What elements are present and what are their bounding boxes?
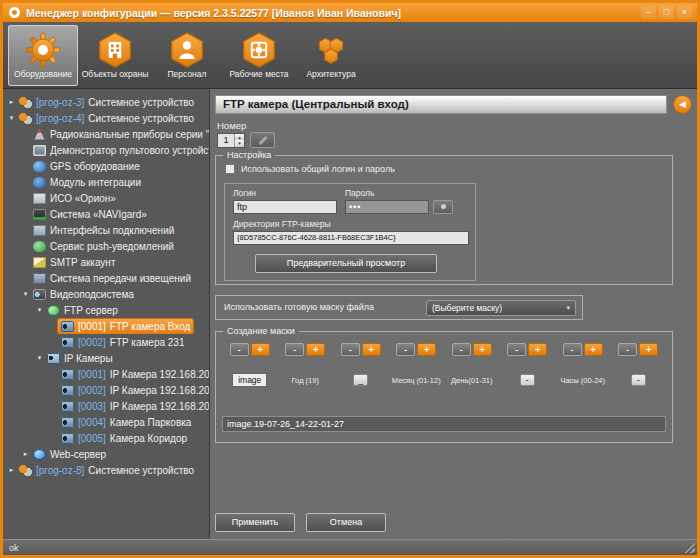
tree-item-ip-cameras[interactable]: ▾ IP Камеры: [3, 350, 209, 366]
expander-icon[interactable]: ▾: [7, 110, 16, 126]
tree-item-prog-oz-8[interactable]: ▸ [prog-oz-8]Системное устройство: [3, 462, 209, 478]
tree-item-label: Радиоканальные приборы серии "Lonta-Opti…: [50, 129, 209, 140]
mask-separator-button[interactable]: -: [520, 374, 535, 386]
login-input[interactable]: ftp: [233, 200, 337, 214]
tree-item-video-subsystem[interactable]: ▾ Видеоподсистема: [3, 286, 209, 302]
tree-item-label: Видеоподсистема: [50, 289, 134, 300]
minimize-button[interactable]: –: [641, 6, 656, 19]
mask-remove-button[interactable]: -: [507, 343, 526, 356]
tree-item-prefix: [0004]: [78, 417, 106, 428]
mask-add-button[interactable]: +: [473, 343, 492, 356]
tree-item-navigard[interactable]: Система «NAVIgard»: [3, 206, 209, 222]
tree-item-orion[interactable]: ИСО «Орион»: [3, 190, 209, 206]
workstation-icon: [241, 32, 277, 68]
tree-item-ip-camera-233[interactable]: [0003]IP Камера 192.168.20.233: [3, 398, 209, 414]
back-button[interactable]: ◀: [673, 95, 692, 114]
page-title: FTP камера (Центральный вход): [215, 95, 667, 114]
mask-preset-value: (Выберите маску): [432, 303, 502, 313]
camera-icon: [61, 401, 74, 412]
tree-item-ip-camera-250[interactable]: [0001]IP Камера 192.168.20.250: [3, 366, 209, 382]
toolbar-item-equipment[interactable]: Оборудование: [8, 25, 78, 86]
tree-item-label: SMTP аккаунт: [50, 257, 115, 268]
mask-remove-button[interactable]: -: [452, 343, 471, 356]
mask-add-button[interactable]: +: [417, 343, 436, 356]
tree-item-radio-devices[interactable]: Радиоканальные приборы серии "Lonta-Opti…: [3, 126, 209, 142]
tree-item-interfaces[interactable]: Интерфейсы подключений: [3, 222, 209, 238]
toolbar-item-security-objects[interactable]: Объекты охраны: [80, 25, 150, 86]
expander-icon[interactable]: ▸: [7, 94, 16, 110]
tree-item-label: Системное устройство: [88, 97, 194, 108]
tree-item-label: FTP камера Вход: [110, 321, 191, 332]
password-input[interactable]: •••: [345, 200, 429, 214]
number-value[interactable]: 1: [218, 134, 234, 147]
tree-item-gps[interactable]: GPS оборудование: [3, 158, 209, 174]
toolbar-item-workstations[interactable]: Рабочие места: [224, 25, 294, 86]
camera-icon: [61, 433, 74, 444]
shared-credentials-label: Использовать общий логин и пароль: [241, 164, 395, 174]
stepper-down-icon[interactable]: ▾: [235, 140, 244, 147]
mask-remove-button[interactable]: -: [618, 343, 637, 356]
mask-add-button[interactable]: +: [251, 343, 270, 356]
tree-item-label: GPS оборудование: [50, 161, 140, 172]
tree-item-ftp-camera-entrance[interactable]: [0001]FTP камера Вход: [3, 318, 209, 334]
mask-separator-button[interactable]: -: [631, 374, 646, 386]
toolbar-item-architecture[interactable]: Архитектура: [296, 25, 366, 86]
tree-item-console-demo[interactable]: Демонстратор пультового устройства: [3, 142, 209, 158]
maximize-button[interactable]: □: [659, 6, 674, 19]
close-button[interactable]: ×: [677, 6, 692, 19]
expander-icon[interactable]: ▸: [7, 462, 16, 478]
directory-input[interactable]: {8D5785CC-876C-4628-8811-FB68EC3F1B4C}: [233, 231, 469, 245]
toolbar-item-personnel[interactable]: Персонал: [152, 25, 222, 86]
mask-columns: -+ image -+ Год (19) -+ _ -+ Месяц (01-1…: [222, 343, 666, 387]
mask-add-button[interactable]: +: [528, 343, 547, 356]
tree-item-integration-module[interactable]: Модуль интеграции: [3, 174, 209, 190]
tree-item-label: Интерфейсы подключений: [50, 225, 174, 236]
mask-add-button[interactable]: +: [306, 343, 325, 356]
expander-icon[interactable]: ▾: [35, 350, 44, 366]
apply-button[interactable]: Применить: [215, 513, 295, 532]
mask-preset-select[interactable]: (Выберите маску) ▾: [426, 300, 576, 316]
tree-item-prefix: [prog-oz-4]: [36, 113, 84, 124]
tree-item-ftp-camera-231[interactable]: [0002]FTP камера 231: [3, 334, 209, 350]
cancel-button[interactable]: Отмена: [306, 513, 386, 532]
smtp-icon: [33, 257, 46, 268]
push-service-icon: [33, 241, 46, 252]
tree-item-ip-camera-232[interactable]: [0002]IP Камера 192.168.20.232: [3, 382, 209, 398]
device-tree[interactable]: ▸ [prog-oz-3]Системное устройство ▾ [pro…: [3, 89, 210, 539]
mask-remove-button[interactable]: -: [563, 343, 582, 356]
mask-remove-button[interactable]: -: [285, 343, 304, 356]
tree-item-label: IP Камера 192.168.20.232: [110, 385, 209, 396]
edit-number-button[interactable]: [250, 132, 275, 148]
preview-button[interactable]: Предварительный просмотр: [255, 254, 437, 273]
tree-item-prog-oz-4[interactable]: ▾ [prog-oz-4]Системное устройство: [3, 110, 209, 126]
mask-separator-button[interactable]: _: [353, 374, 368, 386]
tree-item-notification-system[interactable]: Система передачи извещений: [3, 270, 209, 286]
tree-item-prog-oz-3[interactable]: ▸ [prog-oz-3]Системное устройство: [3, 94, 209, 110]
expander-icon[interactable]: ▾: [35, 302, 44, 318]
tree-item-ftp-server[interactable]: ▾ FTP сервер: [3, 302, 209, 318]
mask-part-image[interactable]: image: [232, 373, 267, 387]
tree-item-camera-corridor[interactable]: [0005]Камера Коридор: [3, 430, 209, 446]
mask-remove-button[interactable]: -: [230, 343, 249, 356]
tree-item-camera-parking[interactable]: [0004]Камера Парковка: [3, 414, 209, 430]
mask-add-button[interactable]: +: [639, 343, 658, 356]
chevron-down-icon: ▾: [566, 304, 570, 312]
status-text: ok: [9, 541, 19, 555]
tree-item-web-server[interactable]: ▸ Web-сервер: [3, 446, 209, 462]
mask-add-button[interactable]: +: [584, 343, 603, 356]
title-bar[interactable]: Менеджер конфигурации — версия 2.3.5.225…: [3, 3, 697, 22]
expander-icon[interactable]: ▸: [21, 446, 30, 462]
mask-add-button[interactable]: +: [362, 343, 381, 356]
shared-credentials-checkbox[interactable]: [225, 164, 235, 174]
shared-credentials-row[interactable]: Использовать общий логин и пароль: [225, 164, 395, 174]
tree-item-smtp[interactable]: SMTP аккаунт: [3, 254, 209, 270]
mask-remove-button[interactable]: -: [341, 343, 360, 356]
number-stepper[interactable]: 1 ▴ ▾: [217, 133, 245, 148]
password-reveal-button[interactable]: [433, 200, 453, 214]
resize-grip[interactable]: [684, 542, 695, 553]
tree-item-push-service[interactable]: Сервис push-уведомлений: [3, 238, 209, 254]
expander-icon[interactable]: ▾: [21, 286, 30, 302]
mask-remove-button[interactable]: -: [396, 343, 415, 356]
login-label: Логин: [233, 188, 256, 198]
tree-item-label: IP Камеры: [64, 353, 113, 364]
